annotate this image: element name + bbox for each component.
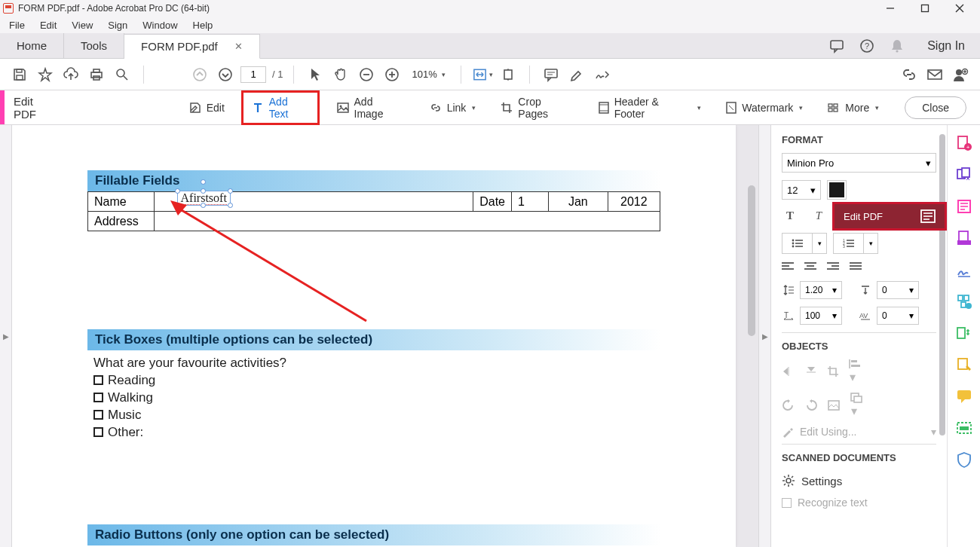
hscale-input[interactable]: 100▾ [800,307,842,325]
header-footer-button[interactable]: Header & Footer▾ [590,93,709,123]
address-value-cell[interactable] [154,212,660,231]
note-icon[interactable] [541,64,562,85]
date-month-cell[interactable]: Jan [549,192,608,212]
checkbox-row[interactable]: Reading [93,372,660,390]
redact-icon[interactable] [955,419,973,437]
arrange-icon[interactable]: ▾ [850,392,863,418]
italic-icon[interactable]: T [810,207,827,224]
print-icon[interactable] [86,64,107,85]
tab-home[interactable]: Home [0,33,64,58]
scroll-mode-icon[interactable] [498,64,519,85]
text-color-swatch[interactable] [827,180,847,200]
checkbox-row[interactable]: Music [93,407,660,424]
align-left-icon[interactable] [782,261,794,272]
number-list-button[interactable]: 123▾ [833,233,878,254]
menu-window[interactable]: Window [135,18,185,32]
resize-handle[interactable] [201,203,206,208]
zoom-out-icon[interactable] [356,64,377,85]
hand-icon[interactable] [330,64,351,85]
pointer-icon[interactable] [305,64,326,85]
vertical-scrollbar[interactable] [748,185,755,336]
menu-sign[interactable]: Sign [100,18,135,32]
combine-icon[interactable] [955,166,973,184]
page-down-icon[interactable] [215,64,236,85]
align-center-icon[interactable] [804,261,816,272]
font-size-input[interactable]: 12▾ [782,180,821,200]
menu-edit[interactable]: Edit [32,18,64,32]
resize-handle[interactable] [228,203,233,208]
bell-icon[interactable] [882,33,912,58]
name-value-cell[interactable]: Afirstsoft [154,192,473,212]
maximize-button[interactable] [908,0,942,17]
menu-help[interactable]: Help [185,18,221,32]
watermark-button[interactable]: Watermark▾ [718,98,810,118]
align-objects-icon[interactable]: ▾ [848,358,862,384]
checkbox-row[interactable]: Other: [93,424,660,442]
rotate-cw-icon[interactable] [804,399,818,411]
settings-button[interactable]: Settings [782,474,936,487]
add-image-button[interactable]: Add Image [329,93,412,123]
close-window-button[interactable] [942,0,977,17]
fill-sign-icon[interactable] [955,356,973,374]
tab-document[interactable]: FORM PDF.pdf ✕ [124,34,260,59]
comment-icon[interactable] [955,387,973,405]
minimize-button[interactable] [873,0,908,17]
edit-using-button[interactable]: Edit Using... ▾ [782,426,936,438]
search-icon[interactable] [112,64,133,85]
crop-button[interactable]: Crop Pages [492,93,580,123]
char-spacing-input[interactable]: 0▾ [877,307,919,325]
add-person-icon[interactable] [950,64,971,85]
protect-icon[interactable] [955,451,973,469]
help-icon[interactable]: ? [852,33,882,58]
left-rail-toggle[interactable]: ▶ [0,125,12,547]
resize-handle[interactable] [175,188,180,194]
date-day-cell[interactable]: 1 [512,192,549,212]
link-share-icon[interactable] [899,64,920,85]
organize-icon[interactable] [955,292,973,310]
resize-handle[interactable] [228,188,233,194]
close-tab-icon[interactable]: ✕ [234,41,243,52]
align-right-icon[interactable] [827,261,839,272]
save-icon[interactable] [9,64,30,85]
sign-icon[interactable] [955,261,973,279]
compress-icon[interactable] [955,324,973,342]
mid-rail-toggle[interactable]: ▶ [758,125,770,547]
flip-v-icon[interactable] [804,365,818,377]
text-edit-frame[interactable]: Afirstsoft [177,191,231,206]
rotate-ccw-icon[interactable] [782,399,795,411]
date-year-cell[interactable]: 2012 [608,192,660,212]
bold-icon[interactable]: T [782,207,798,224]
menu-view[interactable]: View [64,18,100,32]
add-text-button[interactable]: Add Text [241,90,320,125]
flip-h-icon[interactable] [782,365,795,377]
cloud-upload-icon[interactable] [60,64,81,85]
zoom-value[interactable]: 101%▾ [407,67,449,81]
edit-pdf-rail-icon[interactable] [955,197,973,215]
edit-button[interactable]: Edit [181,98,232,118]
align-justify-icon[interactable] [850,261,862,272]
star-icon[interactable] [35,64,56,85]
signature-icon[interactable] [592,64,613,85]
line-spacing-input[interactable]: 1.20▾ [800,281,842,299]
highlight-icon[interactable] [566,64,587,85]
checkbox-row[interactable]: Walking [93,390,660,407]
link-button[interactable]: Link▾ [421,98,484,118]
comment-bubble-icon[interactable] [822,33,852,58]
document-canvas[interactable]: Fillable Fields Name Afirstsoft [12,125,758,547]
mail-icon[interactable] [924,64,945,85]
panel-scrollbar[interactable] [939,134,945,435]
para-spacing-input[interactable]: 0▾ [877,281,919,299]
more-button[interactable]: More▾ [819,99,887,117]
resize-handle[interactable] [175,203,180,208]
font-family-select[interactable]: Minion Pro▾ [782,153,936,173]
zoom-in-icon[interactable] [381,64,403,85]
page-up-icon[interactable] [189,64,210,85]
bullet-list-button[interactable]: ▾ [782,233,827,254]
export-pdf-icon[interactable] [955,229,973,247]
crop-obj-icon[interactable] [827,365,839,377]
create-pdf-icon[interactable]: + [955,134,973,152]
menu-file[interactable]: File [2,18,32,32]
recognize-text-row[interactable]: Recognize text [782,497,936,509]
fit-width-icon[interactable]: ▾ [472,64,493,85]
close-editbar-button[interactable]: Close [905,96,966,119]
